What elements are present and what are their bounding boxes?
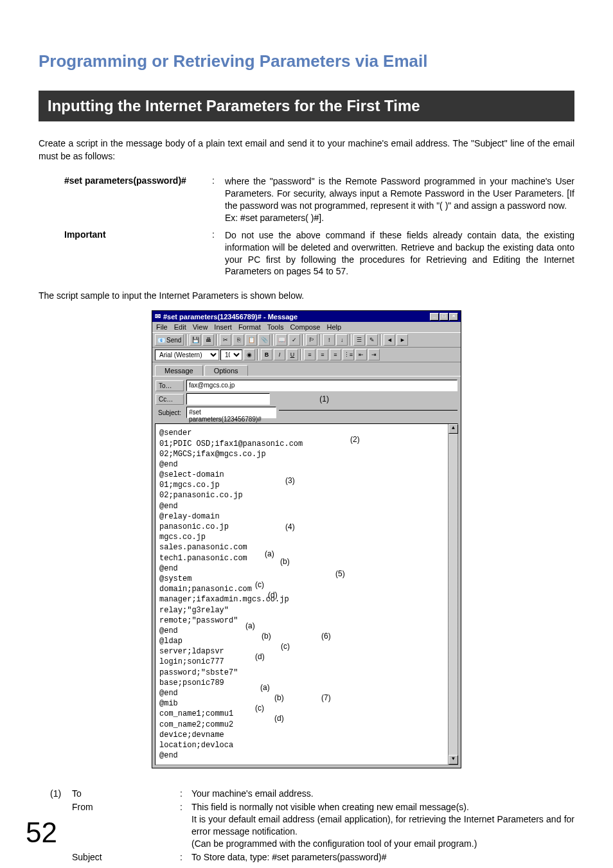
body-line: @system xyxy=(159,574,454,584)
body-line: sales.panasonic.com xyxy=(159,542,454,553)
body-line: manager;ifaxadmin.mgcs.co.jp xyxy=(159,594,454,605)
menu-file[interactable]: File xyxy=(156,323,168,331)
scrollbar[interactable]: ▲ ▼ xyxy=(448,424,458,765)
marker-2: (2) xyxy=(350,434,360,445)
marker-d5: (d) xyxy=(268,590,278,600)
bold-icon[interactable]: B xyxy=(261,349,272,360)
body-line: @sender xyxy=(159,428,454,438)
outdent-icon[interactable]: ⇤ xyxy=(355,349,367,360)
toolbar: 📧Send 💾 🖶 ✂ ⎘ 📋 📎 📖 ✓ 🏳 ! ↓ ☰ ✎ ◄ ► xyxy=(152,332,461,348)
to-button[interactable]: To… xyxy=(155,380,184,391)
marker-5: (5) xyxy=(335,569,345,579)
legend-to-desc: Your machine's email address. xyxy=(191,788,574,800)
save-icon[interactable]: 💾 xyxy=(190,334,201,346)
legend-num-1: (1) xyxy=(50,788,72,800)
body-line: tech1.panasonic.com xyxy=(159,553,454,563)
legend-table: (1) To : Your machine's email address. F… xyxy=(50,788,574,863)
align-center-icon[interactable]: ≡ xyxy=(317,349,328,360)
addressbook-icon[interactable]: 📖 xyxy=(276,334,287,346)
body-line: @end xyxy=(159,501,454,511)
legend-subject-label: Subject xyxy=(72,851,180,864)
prev-icon[interactable]: ◄ xyxy=(384,334,395,346)
scroll-down-icon[interactable]: ▼ xyxy=(449,755,458,765)
mail-icon: ✉ xyxy=(155,312,161,321)
italic-icon[interactable]: I xyxy=(274,349,285,360)
marker-d6: (d) xyxy=(255,651,265,662)
indent-icon[interactable]: ⇥ xyxy=(368,349,380,360)
print-icon[interactable]: 🖶 xyxy=(202,334,214,346)
marker-b7: (b) xyxy=(274,693,284,703)
subject-input[interactable]: #set parameters(123456789)# xyxy=(186,407,276,418)
body-line: relay;"g3relay" xyxy=(159,605,454,616)
close-button[interactable]: × xyxy=(449,313,458,321)
body-line: @select-domain xyxy=(159,470,454,480)
to-input[interactable]: fax@mgcs.co.jp xyxy=(186,380,458,391)
send-button[interactable]: 📧Send xyxy=(155,334,184,346)
subject-label: Subject: xyxy=(155,408,184,418)
body-line: @ldap xyxy=(159,636,454,646)
flag-icon[interactable]: 🏳 xyxy=(306,334,317,346)
important-desc: Do not use the above command if these fi… xyxy=(225,229,574,278)
body-line: @end xyxy=(159,688,454,698)
cc-input[interactable] xyxy=(186,393,270,405)
menu-tools[interactable]: Tools xyxy=(267,323,284,331)
menu-help[interactable]: Help xyxy=(326,323,341,331)
priority-high-icon[interactable]: ! xyxy=(323,334,335,346)
tab-options[interactable]: Options xyxy=(204,365,248,376)
menu-format[interactable]: Format xyxy=(238,323,261,331)
maximize-button[interactable]: □ xyxy=(440,313,449,321)
scroll-up-icon[interactable]: ▲ xyxy=(449,424,458,434)
body-line: panasonic.co.jp xyxy=(159,522,454,532)
body-line: password;"sbste7" xyxy=(159,668,454,678)
paste-icon[interactable]: 📋 xyxy=(245,334,257,346)
copy-icon[interactable]: ⎘ xyxy=(233,334,244,346)
parameters-table: #set parameters(password)# : where the "… xyxy=(64,175,574,278)
options-icon[interactable]: ☰ xyxy=(353,334,365,346)
font-name-select[interactable]: Arial (Western) xyxy=(155,350,219,360)
sample-intro: The script sample to input the Internet … xyxy=(39,290,574,301)
attach-icon[interactable]: 📎 xyxy=(258,334,270,346)
body-line: @relay-domain xyxy=(159,511,454,522)
priority-low-icon[interactable]: ↓ xyxy=(336,334,348,346)
colon: : xyxy=(212,175,225,224)
page-number: 52 xyxy=(26,817,57,849)
body-line: mgcs.co.jp xyxy=(159,532,454,542)
legend-subject-desc: To Store data, type: #set parameters(pas… xyxy=(191,851,574,864)
marker-b5: (b) xyxy=(280,556,290,567)
tab-message[interactable]: Message xyxy=(155,365,203,376)
next-icon[interactable]: ► xyxy=(396,334,408,346)
body-line: location;devloca xyxy=(159,740,454,750)
body-line: base;psonic789 xyxy=(159,678,454,688)
legend-from-desc: This field is normally not visible when … xyxy=(191,801,574,850)
email-window: ✉ #set parameters(123456789)# - Message … xyxy=(152,310,461,768)
window-title: #set parameters(123456789)# - Message xyxy=(163,313,298,321)
cut-icon[interactable]: ✂ xyxy=(220,334,231,346)
marker-a5: (a) xyxy=(265,549,274,559)
marker-c5: (c) xyxy=(255,580,264,590)
marker-c6: (c) xyxy=(281,641,290,651)
bullets-icon[interactable]: ⋮≡ xyxy=(342,349,354,360)
menu-compose[interactable]: Compose xyxy=(290,323,320,331)
underline-icon[interactable]: U xyxy=(287,349,298,360)
menu-insert[interactable]: Insert xyxy=(214,323,232,331)
menu-view[interactable]: View xyxy=(193,323,208,331)
body-line: 01;mgcs.co.jp xyxy=(159,480,454,490)
signature-icon[interactable]: ✎ xyxy=(366,334,378,346)
cc-button[interactable]: Cc… xyxy=(155,394,184,405)
menu-edit[interactable]: Edit xyxy=(174,323,186,331)
body-line: @end xyxy=(159,563,454,574)
font-color-icon[interactable]: ◉ xyxy=(244,349,255,360)
align-right-icon[interactable]: ≡ xyxy=(330,349,341,360)
set-param-label: #set parameters(password)# xyxy=(64,175,212,224)
set-param-desc: where the "password" is the Remote Passw… xyxy=(225,175,574,224)
page-title: Programming or Retrieving Parameters via… xyxy=(39,51,574,71)
font-size-select[interactable]: 10 xyxy=(220,350,242,360)
checknames-icon[interactable]: ✓ xyxy=(289,334,300,346)
minimize-button[interactable]: _ xyxy=(430,313,439,321)
marker-c7: (c) xyxy=(255,703,264,713)
body-line: domain;panasonic.com xyxy=(159,584,454,594)
email-body[interactable]: @sender01;PDIC OSD;ifax1@panasonic.com02… xyxy=(155,423,458,765)
marker-d7: (d) xyxy=(274,713,284,723)
body-line: 01;PDIC OSD;ifax1@panasonic.com xyxy=(159,439,454,449)
align-left-icon[interactable]: ≡ xyxy=(304,349,315,360)
